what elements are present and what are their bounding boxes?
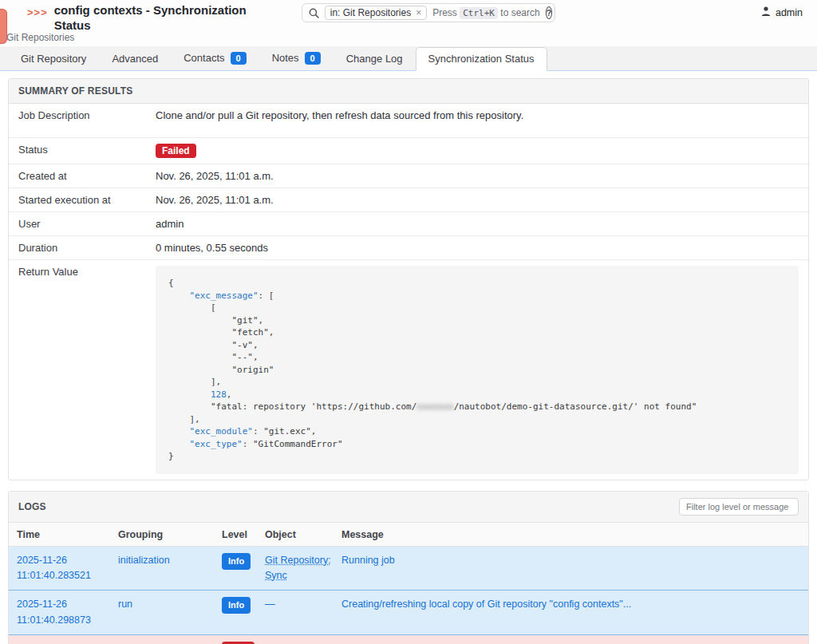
chip-close-icon[interactable]: ×	[416, 7, 421, 18]
col-time: Time	[9, 523, 110, 547]
search-icon	[309, 8, 319, 18]
status-badge: Failed	[156, 144, 196, 158]
row-label: User	[18, 218, 156, 230]
search-scope-chip[interactable]: in: Git Repositories ×	[325, 6, 427, 20]
main-content: SUMMARY OF RESULTS Job Description Clone…	[0, 71, 817, 644]
log-object-empty: —	[257, 591, 334, 635]
log-time: 11:01:40.298873	[17, 613, 102, 628]
summary-row-job-description: Job Description Clone and/or pull a Git …	[9, 104, 808, 138]
breadcrumb-chevrons-icon: >>>	[27, 6, 48, 18]
log-row: 2025-11-2611:01:40.298873 run Info — Cre…	[9, 591, 808, 635]
tab-label: Git Repository	[21, 53, 86, 65]
breadcrumb[interactable]: Git Repositories	[6, 32, 74, 43]
search-scope-label: in: Git Repositories	[330, 7, 411, 18]
log-grouping: ensure_git_repository	[110, 635, 214, 644]
log-message: Creating/refreshing local copy of Git re…	[334, 591, 808, 635]
row-label: Job Description	[18, 109, 156, 121]
row-label: Started execution at	[18, 194, 156, 206]
tab-label: Contacts	[184, 52, 224, 64]
summary-of-results-panel: SUMMARY OF RESULTS Job Description Clone…	[8, 78, 809, 480]
tab-contacts[interactable]: Contacts0	[171, 46, 259, 71]
tab-notes[interactable]: Notes0	[259, 46, 334, 71]
tab-label: Notes	[272, 52, 299, 64]
user-icon	[760, 6, 772, 19]
log-time: 2025-11-26	[17, 597, 102, 612]
summary-row-duration: Duration 0 minutes, 0.55 seconds	[9, 236, 808, 260]
summary-row-user: User admin	[9, 212, 808, 236]
tab-change-log[interactable]: Change Log	[334, 47, 416, 71]
help-icon[interactable]: ?	[546, 6, 552, 19]
tab-label: Synchronization Status	[428, 53, 535, 65]
log-object-empty: —	[257, 635, 334, 644]
log-row-error: 2025-11-2611:01:40.755584 ensure_git_rep…	[9, 635, 808, 644]
duration-value: 0 minutes, 0.55 seconds	[156, 242, 268, 254]
search-hint-suffix: to search	[500, 7, 539, 18]
log-object-link[interactable]: Git Repository:	[265, 553, 331, 568]
summary-row-return-value: Return Value { "exc_message": [ [ "git",…	[9, 260, 808, 480]
log-grouping: run	[110, 591, 214, 635]
job-description-value: Clone and/or pull a Git repository, then…	[156, 109, 523, 121]
log-object-link[interactable]: Sync	[265, 568, 287, 583]
top-bar: >>> config contexts - Synchronization St…	[0, 0, 817, 46]
search-hint-press: Press	[432, 7, 457, 18]
tab-git-repository[interactable]: Git Repository	[8, 47, 99, 71]
logs-panel: LOGS Time Grouping Level Object Message …	[8, 491, 809, 644]
logs-header-row: Time Grouping Level Object Message	[9, 523, 808, 547]
col-grouping: Grouping	[110, 523, 214, 547]
log-filter-input[interactable]	[679, 498, 799, 516]
log-message: Cmd('git') failed due to: exit code(128)…	[334, 635, 808, 644]
contacts-count-badge: 0	[231, 52, 247, 65]
user-value: admin	[156, 218, 184, 230]
user-name: admin	[776, 7, 803, 18]
tab-label: Advanced	[112, 53, 158, 65]
log-time: 2025-11-26	[17, 553, 102, 568]
summary-row-status: Status Failed	[9, 138, 808, 164]
started-at-value: Nov. 26, 2025, 11:01 a.m.	[156, 194, 274, 206]
tab-label: Change Log	[346, 53, 403, 65]
row-label: Return Value	[18, 266, 156, 474]
col-level: Level	[214, 523, 257, 547]
user-menu[interactable]: admin	[760, 6, 803, 19]
global-search-input[interactable]: in: Git Repositories × Press Ctrl+K to s…	[302, 3, 555, 22]
log-grouping: initialization	[110, 546, 214, 591]
tab-advanced[interactable]: Advanced	[99, 47, 171, 71]
row-label: Status	[18, 144, 156, 158]
notes-count-badge: 0	[305, 52, 321, 65]
tab-synchronization-status[interactable]: Synchronization Status	[416, 47, 547, 71]
log-time: 11:01:40.283521	[17, 568, 102, 583]
summary-panel-title: SUMMARY OF RESULTS	[18, 85, 132, 97]
log-level-badge: Info	[222, 553, 251, 570]
summary-row-created-at: Created at Nov. 26, 2025, 11:01 a.m.	[9, 164, 808, 188]
logs-table: Time Grouping Level Object Message 2025-…	[9, 523, 808, 644]
col-object: Object	[257, 523, 334, 547]
page-title: config contexts - Synchronization Status	[54, 3, 250, 34]
log-level-badge: Info	[222, 597, 251, 614]
log-row: 2025-11-2611:01:40.283521 initialization…	[9, 546, 808, 591]
tab-bar: Git Repository Advanced Contacts0 Notes0…	[0, 46, 817, 71]
return-value-code: { "exc_message": [ [ "git", "fetch", "-v…	[156, 266, 799, 474]
row-label: Created at	[18, 170, 156, 182]
search-kbd-shortcut: Ctrl+K	[460, 7, 498, 19]
log-message: Running job	[334, 546, 808, 591]
created-at-value: Nov. 26, 2025, 11:01 a.m.	[156, 170, 274, 182]
row-label: Duration	[18, 242, 156, 254]
summary-row-started-at: Started execution at Nov. 26, 2025, 11:0…	[9, 188, 808, 212]
logs-panel-title: LOGS	[18, 501, 46, 512]
col-message: Message	[334, 523, 808, 547]
